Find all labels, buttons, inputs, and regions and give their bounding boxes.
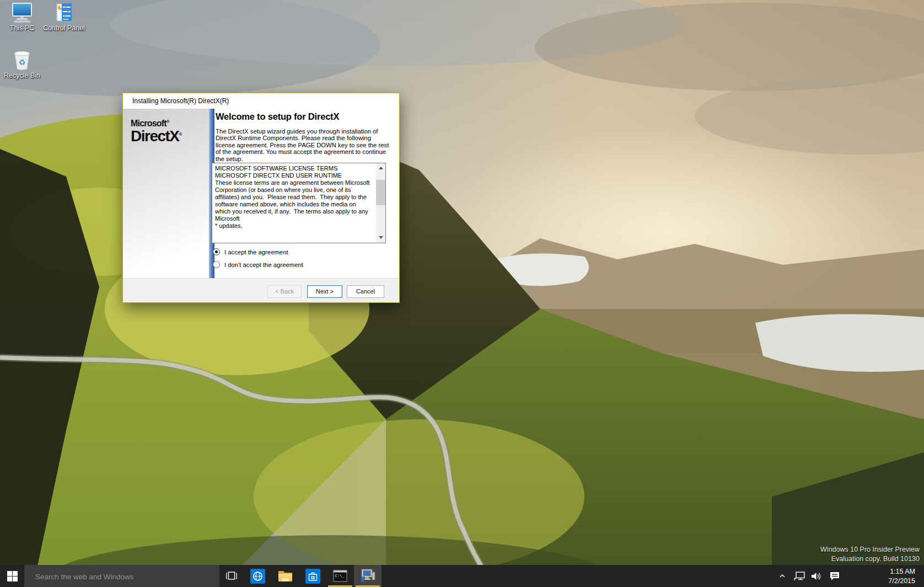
action-center-button[interactable] — [827, 565, 842, 587]
command-prompt-icon: C:\_ — [333, 569, 347, 583]
intro-paragraph: The DirectX setup wizard guides you thro… — [216, 128, 389, 162]
watermark-line1: Windows 10 Pro Insider Preview — [820, 545, 920, 554]
directx-installer-button[interactable] — [354, 565, 382, 587]
scroll-up-button[interactable] — [376, 163, 385, 173]
action-center-icon — [829, 571, 840, 581]
command-prompt-button[interactable]: C:\_ — [326, 565, 354, 587]
next-button[interactable]: Next > — [307, 285, 342, 298]
file-explorer-icon — [278, 569, 293, 583]
network-icon — [794, 572, 806, 581]
taskbar-clock[interactable]: 1:15 AM 7/2/2015 — [888, 567, 915, 585]
control-panel-icon — [53, 2, 74, 23]
directx-setup-dialog: Installing Microsoft(R) DirectX(R) Micro… — [122, 93, 400, 303]
chevron-down-icon — [379, 236, 383, 239]
cancel-button[interactable]: Cancel — [347, 285, 384, 298]
dialog-title-bar[interactable]: Installing Microsoft(R) DirectX(R) — [123, 93, 399, 109]
watermark-line2: Evaluation copy. Build 10130 — [820, 554, 920, 564]
store-icon — [305, 569, 320, 584]
desktop-icon-this-pc[interactable]: This PC — [1, 2, 43, 32]
dialog-heading: Welcome to setup for DirectX — [216, 111, 339, 122]
this-pc-icon — [10, 2, 34, 23]
desktop: This PC Control Panel ♻ Recycle Bin — [0, 0, 924, 587]
desktop-icon-label: This PC — [1, 24, 43, 32]
radio-decline-label: I don't accept the agreement — [224, 262, 303, 268]
clock-date: 7/2/2015 — [888, 577, 915, 586]
volume-icon — [811, 572, 822, 581]
back-button[interactable]: < Back — [267, 285, 302, 298]
chevron-up-icon — [379, 167, 383, 169]
scroll-down-button[interactable] — [376, 233, 385, 243]
start-button[interactable] — [0, 565, 24, 587]
task-view-button[interactable] — [219, 565, 244, 587]
license-text: MICROSOFT SOFTWARE LICENSE TERMS MICROSO… — [215, 165, 374, 230]
tray-expand-button[interactable] — [777, 565, 787, 587]
taskbar-search-box[interactable] — [24, 565, 219, 587]
license-scrollbar[interactable] — [376, 163, 385, 243]
taskbar: C:\_ — [0, 565, 924, 587]
store-button[interactable] — [299, 565, 326, 587]
radio-unselected-icon[interactable] — [213, 261, 220, 268]
desktop-icon-label: Control Panel — [43, 24, 85, 32]
radio-selected-icon[interactable] — [213, 248, 220, 255]
edge-browser-button[interactable] — [244, 565, 271, 587]
task-view-icon — [226, 572, 237, 580]
search-input[interactable] — [34, 565, 213, 587]
file-explorer-button[interactable] — [271, 565, 299, 587]
svg-text:♻: ♻ — [19, 58, 26, 67]
directx-setup-icon — [360, 569, 375, 583]
dialog-footer: < Back Next > Cancel — [123, 278, 399, 302]
chevron-up-icon — [780, 574, 785, 578]
desktop-icon-control-panel[interactable]: Control Panel — [43, 2, 85, 32]
microsoft-directx-logo: Microsoft® DirectX® — [131, 119, 181, 145]
desktop-icon-label: Recycle Bin — [1, 72, 43, 79]
svg-text:C:\_: C:\_ — [335, 574, 345, 578]
dialog-title: Installing Microsoft(R) DirectX(R) — [132, 97, 229, 105]
license-textbox[interactable]: MICROSOFT SOFTWARE LICENSE TERMS MICROSO… — [212, 163, 386, 243]
scrollbar-thumb[interactable] — [376, 180, 385, 205]
desktop-icon-recycle-bin[interactable]: ♻ Recycle Bin — [1, 50, 43, 79]
start-icon — [7, 571, 18, 581]
edge-icon — [250, 569, 265, 584]
network-tray-button[interactable] — [793, 565, 807, 587]
clock-time: 1:15 AM — [888, 567, 915, 577]
dialog-side-panel: Microsoft® DirectX® — [123, 109, 209, 278]
volume-tray-button[interactable] — [808, 565, 825, 587]
evaluation-watermark: Windows 10 Pro Insider Preview Evaluatio… — [820, 545, 920, 564]
radio-accept-label: I accept the agreement — [224, 249, 288, 255]
recycle-bin-icon: ♻ — [12, 50, 32, 71]
